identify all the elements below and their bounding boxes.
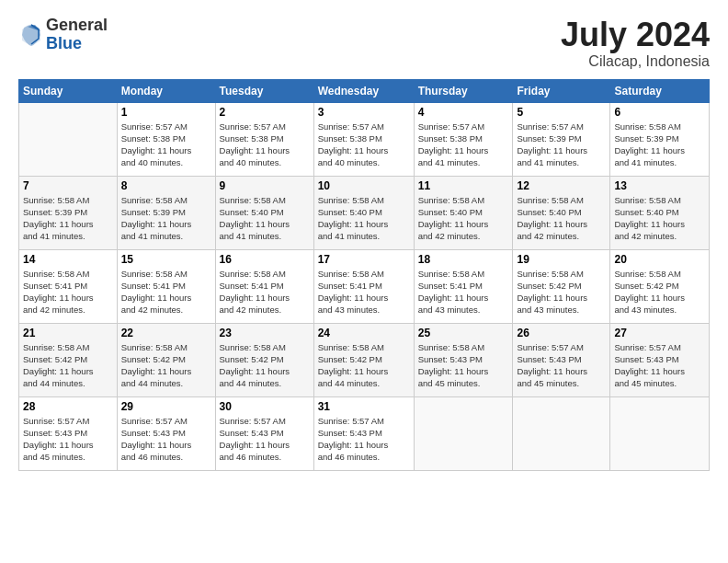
day-number: 2 — [220, 106, 310, 119]
day-info: Sunrise: 5:58 AM Sunset: 5:40 PM Dayligh… — [614, 194, 705, 243]
calendar-header-row: Sunday Monday Tuesday Wednesday Thursday… — [19, 79, 710, 102]
day-number: 21 — [23, 327, 113, 339]
day-number: 24 — [318, 327, 410, 339]
calendar-cell-w4-d2: 22Sunrise: 5:58 AM Sunset: 5:42 PM Dayli… — [117, 323, 215, 396]
calendar-table: Sunday Monday Tuesday Wednesday Thursday… — [18, 79, 710, 471]
day-info: Sunrise: 5:57 AM Sunset: 5:39 PM Dayligh… — [517, 121, 606, 169]
calendar-cell-w2-d2: 8Sunrise: 5:58 AM Sunset: 5:39 PM Daylig… — [117, 176, 215, 249]
logo-text: General Blue — [46, 17, 108, 53]
calendar-cell-w2-d4: 10Sunrise: 5:58 AM Sunset: 5:40 PM Dayli… — [313, 176, 414, 249]
day-number: 5 — [517, 106, 606, 119]
day-info: Sunrise: 5:58 AM Sunset: 5:43 PM Dayligh… — [418, 341, 509, 390]
calendar-cell-w1-d6: 5Sunrise: 5:57 AM Sunset: 5:39 PM Daylig… — [513, 102, 610, 176]
day-number: 22 — [121, 327, 211, 339]
day-number: 3 — [318, 106, 410, 119]
day-info: Sunrise: 5:58 AM Sunset: 5:42 PM Dayligh… — [121, 341, 211, 390]
day-info: Sunrise: 5:57 AM Sunset: 5:38 PM Dayligh… — [418, 121, 509, 169]
day-number: 9 — [220, 179, 310, 192]
calendar-cell-w5-d3: 30Sunrise: 5:57 AM Sunset: 5:43 PM Dayli… — [215, 396, 313, 470]
location-subtitle: Cilacap, Indonesia — [561, 53, 710, 70]
day-number: 7 — [23, 179, 113, 192]
calendar-cell-w4-d4: 24Sunrise: 5:58 AM Sunset: 5:42 PM Dayli… — [313, 323, 414, 396]
day-number: 28 — [23, 400, 113, 413]
day-info: Sunrise: 5:57 AM Sunset: 5:43 PM Dayligh… — [614, 341, 705, 390]
day-number: 29 — [121, 400, 211, 413]
day-info: Sunrise: 5:58 AM Sunset: 5:41 PM Dayligh… — [121, 268, 211, 316]
calendar-cell-w4-d1: 21Sunrise: 5:58 AM Sunset: 5:42 PM Dayli… — [19, 323, 118, 396]
header: General Blue July 2024 Cilacap, Indonesi… — [18, 17, 710, 70]
calendar-cell-w5-d5 — [414, 396, 513, 470]
day-info: Sunrise: 5:58 AM Sunset: 5:40 PM Dayligh… — [220, 194, 310, 243]
calendar-cell-w1-d4: 3Sunrise: 5:57 AM Sunset: 5:38 PM Daylig… — [313, 102, 414, 176]
day-number: 15 — [121, 253, 211, 266]
day-info: Sunrise: 5:58 AM Sunset: 5:42 PM Dayligh… — [318, 341, 410, 390]
day-number: 10 — [318, 179, 410, 192]
calendar-cell-w4-d5: 25Sunrise: 5:58 AM Sunset: 5:43 PM Dayli… — [414, 323, 513, 396]
day-number: 6 — [614, 106, 705, 119]
day-number: 4 — [418, 106, 509, 119]
calendar-cell-w3-d3: 16Sunrise: 5:58 AM Sunset: 5:41 PM Dayli… — [215, 249, 313, 323]
day-number: 20 — [614, 253, 705, 266]
day-info: Sunrise: 5:58 AM Sunset: 5:41 PM Dayligh… — [220, 268, 310, 316]
calendar-cell-w3-d7: 20Sunrise: 5:58 AM Sunset: 5:42 PM Dayli… — [610, 249, 710, 323]
day-number: 23 — [220, 327, 310, 339]
calendar-cell-w3-d4: 17Sunrise: 5:58 AM Sunset: 5:41 PM Dayli… — [313, 249, 414, 323]
calendar-cell-w3-d1: 14Sunrise: 5:58 AM Sunset: 5:41 PM Dayli… — [19, 249, 118, 323]
calendar-cell-w5-d1: 28Sunrise: 5:57 AM Sunset: 5:43 PM Dayli… — [19, 396, 118, 470]
calendar-cell-w2-d6: 12Sunrise: 5:58 AM Sunset: 5:40 PM Dayli… — [513, 176, 610, 249]
day-number: 30 — [220, 400, 310, 413]
day-info: Sunrise: 5:58 AM Sunset: 5:41 PM Dayligh… — [418, 268, 509, 316]
calendar-week-5: 28Sunrise: 5:57 AM Sunset: 5:43 PM Dayli… — [19, 396, 710, 470]
calendar-cell-w3-d5: 18Sunrise: 5:58 AM Sunset: 5:41 PM Dayli… — [414, 249, 513, 323]
calendar-cell-w1-d1 — [19, 102, 118, 176]
day-info: Sunrise: 5:58 AM Sunset: 5:42 PM Dayligh… — [614, 268, 705, 316]
title-block: July 2024 Cilacap, Indonesia — [561, 17, 710, 70]
logo-general-text: General — [46, 17, 108, 35]
calendar-cell-w5-d4: 31Sunrise: 5:57 AM Sunset: 5:43 PM Dayli… — [313, 396, 414, 470]
day-info: Sunrise: 5:58 AM Sunset: 5:41 PM Dayligh… — [23, 268, 113, 316]
calendar-cell-w5-d6 — [513, 396, 610, 470]
calendar-cell-w3-d6: 19Sunrise: 5:58 AM Sunset: 5:42 PM Dayli… — [513, 249, 610, 323]
day-number: 17 — [318, 253, 410, 266]
day-number: 13 — [614, 179, 705, 192]
col-tuesday: Tuesday — [215, 79, 313, 102]
calendar-cell-w4-d3: 23Sunrise: 5:58 AM Sunset: 5:42 PM Dayli… — [215, 323, 313, 396]
calendar-cell-w2-d5: 11Sunrise: 5:58 AM Sunset: 5:40 PM Dayli… — [414, 176, 513, 249]
day-info: Sunrise: 5:57 AM Sunset: 5:43 PM Dayligh… — [220, 415, 310, 464]
day-number: 27 — [614, 327, 705, 339]
logo: General Blue — [18, 17, 108, 53]
day-info: Sunrise: 5:58 AM Sunset: 5:42 PM Dayligh… — [517, 268, 606, 316]
col-saturday: Saturday — [610, 79, 710, 102]
day-info: Sunrise: 5:58 AM Sunset: 5:40 PM Dayligh… — [517, 194, 606, 243]
col-monday: Monday — [117, 79, 215, 102]
logo-blue-text: Blue — [46, 35, 108, 53]
day-info: Sunrise: 5:58 AM Sunset: 5:41 PM Dayligh… — [318, 268, 410, 316]
calendar-week-3: 14Sunrise: 5:58 AM Sunset: 5:41 PM Dayli… — [19, 249, 710, 323]
day-number: 19 — [517, 253, 606, 266]
day-number: 18 — [418, 253, 509, 266]
calendar-cell-w5-d7 — [610, 396, 710, 470]
calendar-week-2: 7Sunrise: 5:58 AM Sunset: 5:39 PM Daylig… — [19, 176, 710, 249]
day-info: Sunrise: 5:58 AM Sunset: 5:42 PM Dayligh… — [220, 341, 310, 390]
col-thursday: Thursday — [414, 79, 513, 102]
calendar-cell-w2-d7: 13Sunrise: 5:58 AM Sunset: 5:40 PM Dayli… — [610, 176, 710, 249]
day-info: Sunrise: 5:57 AM Sunset: 5:38 PM Dayligh… — [318, 121, 410, 169]
calendar-cell-w2-d3: 9Sunrise: 5:58 AM Sunset: 5:40 PM Daylig… — [215, 176, 313, 249]
calendar-cell-w2-d1: 7Sunrise: 5:58 AM Sunset: 5:39 PM Daylig… — [19, 176, 118, 249]
calendar-cell-w1-d5: 4Sunrise: 5:57 AM Sunset: 5:38 PM Daylig… — [414, 102, 513, 176]
day-number: 12 — [517, 179, 606, 192]
calendar-cell-w4-d7: 27Sunrise: 5:57 AM Sunset: 5:43 PM Dayli… — [610, 323, 710, 396]
day-number: 11 — [418, 179, 509, 192]
month-title: July 2024 — [561, 17, 710, 53]
day-number: 8 — [121, 179, 211, 192]
day-info: Sunrise: 5:58 AM Sunset: 5:39 PM Dayligh… — [121, 194, 211, 243]
calendar-cell-w1-d3: 2Sunrise: 5:57 AM Sunset: 5:38 PM Daylig… — [215, 102, 313, 176]
day-info: Sunrise: 5:57 AM Sunset: 5:43 PM Dayligh… — [517, 341, 606, 390]
col-sunday: Sunday — [19, 79, 118, 102]
page: General Blue July 2024 Cilacap, Indonesi… — [0, 0, 728, 563]
day-info: Sunrise: 5:57 AM Sunset: 5:43 PM Dayligh… — [23, 415, 113, 464]
day-info: Sunrise: 5:57 AM Sunset: 5:43 PM Dayligh… — [318, 415, 410, 464]
col-friday: Friday — [513, 79, 610, 102]
col-wednesday: Wednesday — [313, 79, 414, 102]
day-info: Sunrise: 5:57 AM Sunset: 5:43 PM Dayligh… — [121, 415, 211, 464]
